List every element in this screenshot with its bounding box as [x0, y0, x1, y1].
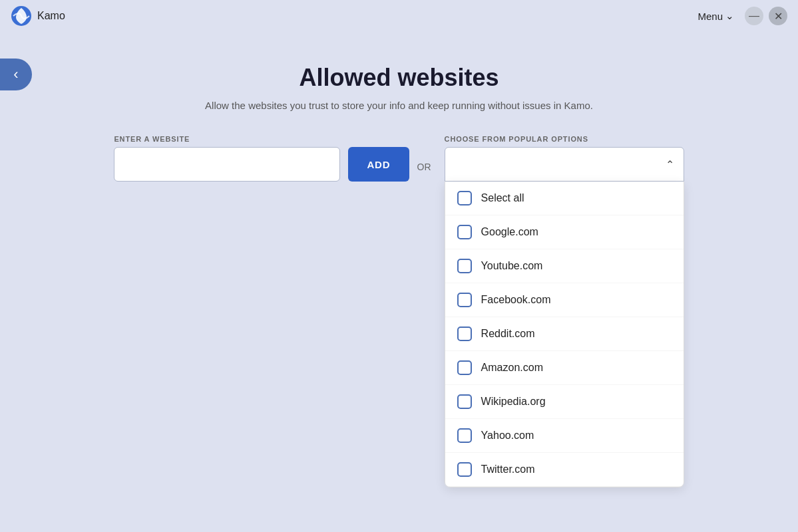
popular-options-label: CHOOSE FROM POPULAR OPTIONS — [445, 135, 684, 143]
add-button[interactable]: ADD — [348, 147, 409, 182]
facebook-checkbox[interactable] — [457, 293, 472, 307]
title-bar-right: Menu ⌄ — ✕ — [692, 7, 787, 25]
back-button[interactable]: ‹ — [0, 59, 32, 90]
select-all-checkbox[interactable] — [457, 191, 472, 205]
select-all-item[interactable]: Select all — [445, 182, 684, 215]
close-button[interactable]: ✕ — [769, 7, 787, 25]
page-title: Allowed websites — [299, 64, 499, 92]
dropdown-header[interactable]: ⌃ — [445, 147, 684, 182]
chevron-down-icon: ⌄ — [725, 10, 734, 22]
list-item[interactable]: Amazon.com — [445, 351, 684, 385]
facebook-label: Facebook.com — [481, 294, 551, 306]
form-left: ENTER A WEBSITE ADD OR — [114, 135, 431, 182]
title-bar: Kamo Menu ⌄ — ✕ — [0, 0, 798, 32]
reddit-label: Reddit.com — [481, 328, 535, 340]
popular-dropdown: ⌃ Select all Google.com — [445, 147, 684, 182]
youtube-checkbox[interactable] — [457, 259, 472, 273]
list-item[interactable]: Twitter.com — [445, 453, 684, 487]
google-label: Google.com — [481, 226, 538, 238]
wikipedia-checkbox[interactable] — [457, 394, 472, 409]
list-item[interactable]: Youtube.com — [445, 249, 684, 283]
page-subtitle: Allow the websites you trust to store yo… — [205, 100, 593, 111]
amazon-label: Amazon.com — [481, 362, 543, 374]
list-item[interactable]: Eb... — [445, 487, 684, 487]
list-item[interactable]: Wikipedia.org — [445, 385, 684, 419]
popular-options-section: CHOOSE FROM POPULAR OPTIONS ⌃ Select all… — [445, 135, 684, 182]
website-input-label: ENTER A WEBSITE — [114, 135, 340, 143]
amazon-checkbox[interactable] — [457, 360, 472, 375]
app-logo-icon — [11, 5, 32, 27]
wikipedia-label: Wikipedia.org — [481, 396, 546, 408]
back-icon: ‹ — [13, 66, 18, 83]
main-content: Allowed websites Allow the websites you … — [0, 32, 798, 182]
or-separator: OR — [417, 162, 431, 172]
reddit-checkbox[interactable] — [457, 327, 472, 341]
chevron-up-icon: ⌃ — [666, 158, 674, 171]
dropdown-list: Select all Google.com Youtube.com — [445, 182, 684, 487]
yahoo-checkbox[interactable] — [457, 428, 472, 443]
list-item[interactable]: Reddit.com — [445, 317, 684, 351]
app-name: Kamo — [37, 10, 65, 22]
twitter-label: Twitter.com — [481, 464, 535, 475]
youtube-label: Youtube.com — [481, 260, 543, 272]
select-all-label: Select all — [481, 192, 524, 204]
list-item[interactable]: Yahoo.com — [445, 419, 684, 453]
title-bar-left: Kamo — [11, 5, 65, 27]
menu-button[interactable]: Menu ⌄ — [692, 7, 739, 25]
website-input[interactable] — [114, 147, 340, 182]
form-area: ENTER A WEBSITE ADD OR CHOOSE FROM POPUL… — [114, 135, 684, 182]
minimize-button[interactable]: — — [745, 7, 763, 25]
list-item[interactable]: Facebook.com — [445, 283, 684, 317]
list-item[interactable]: Google.com — [445, 215, 684, 249]
twitter-checkbox[interactable] — [457, 462, 472, 477]
yahoo-label: Yahoo.com — [481, 430, 534, 442]
website-input-group: ENTER A WEBSITE — [114, 135, 340, 182]
google-checkbox[interactable] — [457, 225, 472, 239]
